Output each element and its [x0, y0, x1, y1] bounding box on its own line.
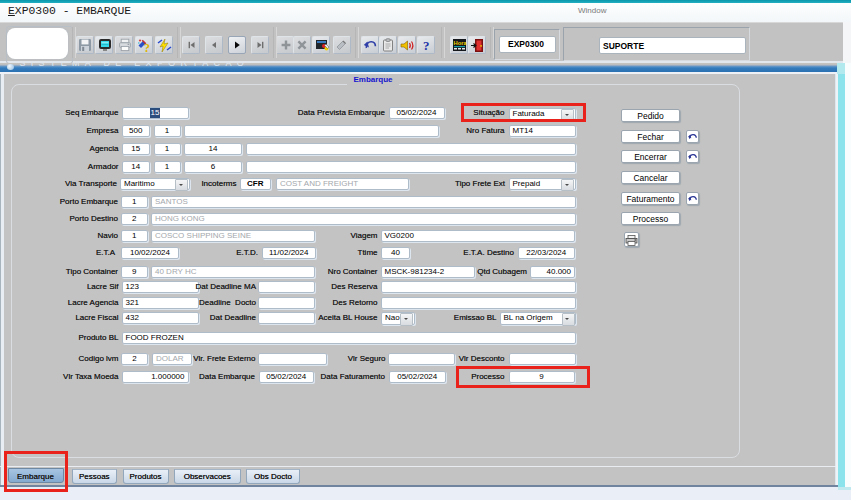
svg-text:Hora: Hora: [454, 40, 468, 46]
svg-text:?: ?: [144, 41, 150, 53]
svg-text:?: ?: [423, 38, 430, 52]
